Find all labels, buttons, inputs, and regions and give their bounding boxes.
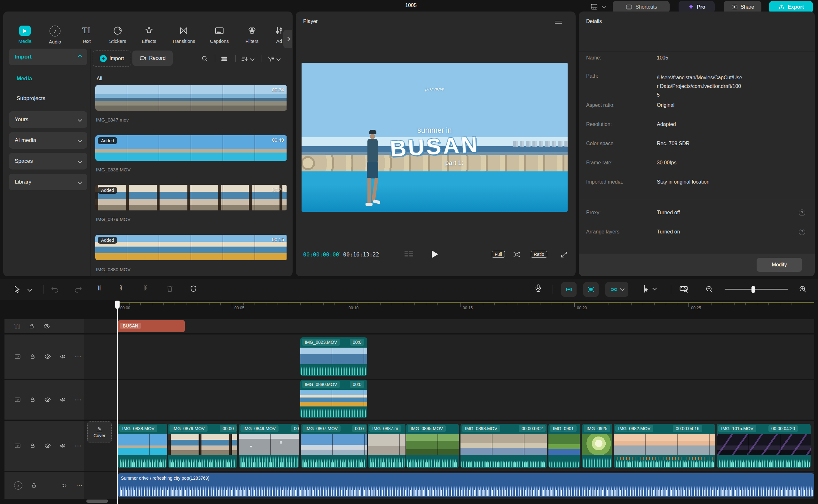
group-label: All [97, 76, 102, 82]
video-track-header[interactable]: ⋯ [4, 335, 84, 379]
video-track-header[interactable]: ⋯ [4, 380, 84, 420]
grid-frames-icon[interactable] [405, 251, 413, 256]
workspace-chevron-icon[interactable] [602, 4, 606, 9]
tab-filters[interactable]: Filters [237, 26, 267, 55]
main-clip[interactable]: IMG_1015.MOV 00:00:04:20 [717, 424, 811, 468]
eye-icon[interactable] [44, 353, 51, 360]
workspace-layout-icon[interactable] [590, 3, 598, 12]
playhead-line[interactable] [117, 301, 118, 504]
shortcuts-label: Shortcuts [635, 4, 657, 10]
preview-axis-toggle-button[interactable] [583, 282, 599, 297]
lock-icon[interactable] [29, 353, 36, 360]
fullscreen-expand-icon[interactable] [560, 250, 568, 260]
more-dots-icon[interactable]: ⋯ [76, 482, 83, 489]
split-right-icon[interactable]: ] [144, 285, 146, 291]
speaker-icon[interactable] [59, 442, 67, 449]
sidebar-item-subprojects[interactable]: Subprojects [17, 95, 45, 102]
cursor-tool-icon[interactable] [13, 285, 22, 295]
zoom-slider-handle[interactable] [751, 286, 755, 293]
main-clip[interactable]: IMG_0925 [582, 424, 612, 468]
speaker-icon[interactable] [59, 353, 67, 360]
eye-icon[interactable] [44, 442, 51, 449]
main-clip[interactable]: IMG_0982.MOV 00:00:04:16 [614, 424, 715, 468]
text-clip-busan[interactable]: BUSAN [118, 320, 185, 332]
cover-button[interactable]: ✎ Cover [87, 421, 112, 443]
play-button[interactable] [432, 250, 438, 258]
undo-icon[interactable] [51, 285, 59, 295]
question-icon[interactable]: ? [799, 209, 805, 216]
sidebar-item-media[interactable]: Media [17, 75, 32, 82]
shield-icon[interactable] [189, 285, 198, 294]
snap-toggle-button[interactable] [561, 282, 577, 297]
sidebar-ai-media[interactable]: AI media [9, 132, 87, 149]
chevron-down-icon [78, 180, 82, 184]
clip-waveform [549, 461, 579, 467]
eye-icon[interactable] [43, 323, 50, 330]
list-view-icon[interactable] [220, 55, 228, 64]
audio-clip[interactable]: Summer drive / refreshing city pop(12837… [118, 473, 814, 497]
sidebar-spaces[interactable]: Spaces [9, 153, 87, 169]
media-item-thumbnail[interactable]: Added 00:15 [95, 235, 287, 260]
import-button[interactable]: + Import [93, 51, 131, 67]
split-icon[interactable]: ][ [98, 285, 101, 291]
playhead-handle[interactable] [115, 301, 120, 308]
more-dots-icon[interactable]: ⋯ [75, 442, 81, 450]
main-clip[interactable]: IMG_0901 [548, 424, 580, 468]
question-icon[interactable]: ? [799, 229, 805, 235]
media-item-thumbnail[interactable]: Added 00:49 [95, 135, 287, 161]
main-clip[interactable]: IMG_0879.MOV 00:00 [168, 424, 237, 468]
sidebar-library[interactable]: Library [9, 174, 87, 190]
main-clip[interactable]: IMG_0849.MOV 00 [239, 424, 299, 468]
lock-icon[interactable] [29, 443, 36, 449]
sort-icon[interactable] [240, 55, 254, 63]
filter-icon[interactable] [267, 55, 280, 63]
tab-captions[interactable]: Captions [204, 26, 235, 55]
main-clip[interactable]: IMG_0898.MOV 00:00:03:2 [460, 424, 547, 468]
ruler-label: 00:20 [577, 306, 587, 310]
main-clip[interactable]: IMG_0838.MOV [118, 424, 167, 468]
lock-icon[interactable] [31, 482, 37, 489]
text-track-header[interactable]: TI [4, 319, 84, 333]
search-icon[interactable] [201, 55, 208, 64]
eye-icon[interactable] [44, 396, 51, 403]
main-clip[interactable]: IMG_0887.m [368, 424, 405, 468]
record-button[interactable]: Record [132, 51, 173, 66]
link-toggle-button[interactable] [605, 282, 628, 297]
lock-icon[interactable] [28, 323, 35, 329]
zoom-out-icon[interactable] [705, 285, 714, 295]
player-menu-icon[interactable] [554, 20, 562, 27]
main-clip[interactable]: IMG_0895.MOV [406, 424, 459, 468]
sidebar-yours[interactable]: Yours [9, 111, 87, 128]
ruler-zoom-icon[interactable] [679, 284, 689, 295]
speaker-icon[interactable] [61, 482, 68, 489]
main-clip[interactable]: IMG_0807.MOV 00:0 [301, 424, 367, 468]
main-track-header[interactable]: ⋯ [4, 421, 84, 471]
overlay-clip[interactable]: IMG_0823.MOV 00:0 [300, 337, 367, 376]
overlay-clip[interactable]: IMG_0880.MOV 00:0 [300, 380, 367, 418]
sidebar-import[interactable]: Import [9, 49, 87, 65]
capcut-window: 1005 Shortcuts Pro Share Export ▶ Media … [0, 0, 818, 504]
modify-button[interactable]: Modify [757, 258, 802, 272]
tab-transitions[interactable]: Transitions [168, 26, 199, 55]
trash-icon[interactable] [166, 285, 174, 294]
media-item-thumbnail[interactable]: 00:34 [95, 85, 287, 111]
cursor-split-icon[interactable] [640, 284, 656, 294]
redo-icon[interactable] [74, 285, 83, 295]
full-button[interactable]: Full [492, 251, 505, 258]
more-dots-icon[interactable]: ⋯ [75, 396, 81, 404]
tabs-overflow-button[interactable] [283, 30, 292, 48]
zoom-slider[interactable] [725, 289, 788, 290]
cursor-tool-chevron-icon[interactable] [28, 287, 32, 292]
lock-icon[interactable] [29, 397, 36, 403]
video-preview[interactable]: preview summer in BUSAN part 1: [302, 63, 568, 212]
more-dots-icon[interactable]: ⋯ [75, 353, 81, 360]
audio-track-header[interactable]: ♪ ⋯ [4, 472, 84, 499]
speaker-icon[interactable] [59, 396, 67, 403]
microphone-icon[interactable] [533, 283, 543, 294]
ratio-button[interactable]: Ratio [531, 251, 547, 258]
zoom-in-icon[interactable] [798, 285, 807, 295]
media-item-thumbnail[interactable]: Added 00:26 [95, 185, 287, 210]
split-left-icon[interactable]: [ [120, 285, 122, 291]
timeline-scrollbar[interactable] [86, 500, 108, 503]
preview-zoom-icon[interactable] [513, 250, 521, 260]
